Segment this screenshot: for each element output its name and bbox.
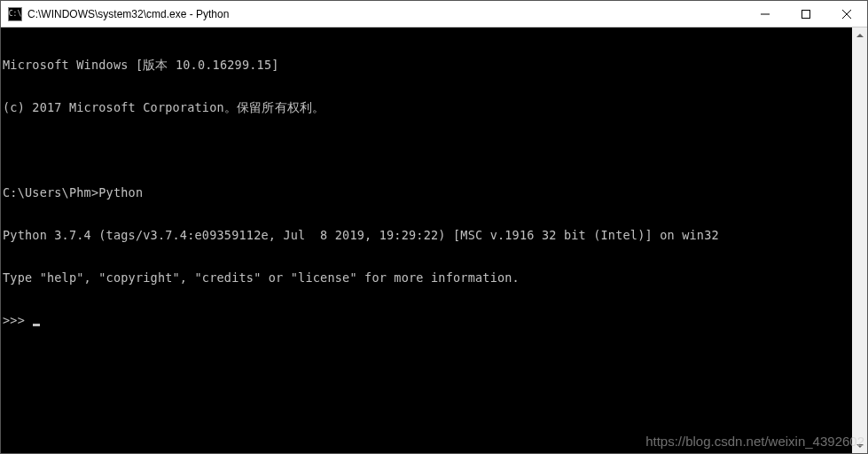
cmd-window: C:\ C:\WINDOWS\system32\cmd.exe - Python…: [0, 0, 868, 454]
terminal-line: (c) 2017 Microsoft Corporation。保留所有权利。: [3, 100, 852, 114]
python-prompt: >>>: [3, 313, 32, 327]
scroll-down-button[interactable]: [852, 438, 867, 453]
scrollbar-track[interactable]: [852, 43, 867, 438]
window-controls: [745, 1, 867, 27]
maximize-icon: [802, 10, 810, 19]
close-button[interactable]: [826, 1, 867, 27]
terminal[interactable]: Microsoft Windows [版本 10.0.16299.15] (c)…: [1, 27, 852, 453]
svg-marker-4: [856, 34, 864, 37]
chevron-down-icon: [856, 444, 864, 448]
vertical-scrollbar[interactable]: [852, 27, 867, 453]
terminal-line: Microsoft Windows [版本 10.0.16299.15]: [3, 58, 852, 72]
titlebar[interactable]: C:\ C:\WINDOWS\system32\cmd.exe - Python: [1, 1, 867, 27]
cmd-icon: C:\: [8, 7, 22, 21]
terminal-line: Python 3.7.4 (tags/v3.7.4:e09359112e, Ju…: [3, 228, 852, 242]
svg-rect-1: [802, 10, 810, 18]
terminal-line: [3, 143, 852, 157]
terminal-area: Microsoft Windows [版本 10.0.16299.15] (c)…: [1, 27, 867, 453]
close-icon: [842, 10, 851, 19]
cursor: [33, 324, 40, 326]
scroll-up-button[interactable]: [852, 27, 867, 43]
maximize-button[interactable]: [786, 1, 826, 27]
window-title: C:\WINDOWS\system32\cmd.exe - Python: [27, 8, 745, 20]
terminal-prompt-line: >>>: [3, 313, 852, 327]
terminal-line: C:\Users\Phm>Python: [3, 185, 852, 200]
chevron-up-icon: [856, 34, 864, 37]
minimize-icon: [761, 10, 770, 19]
terminal-line: Type "help", "copyright", "credits" or "…: [3, 270, 852, 285]
svg-marker-5: [856, 444, 864, 448]
minimize-button[interactable]: [745, 1, 786, 27]
